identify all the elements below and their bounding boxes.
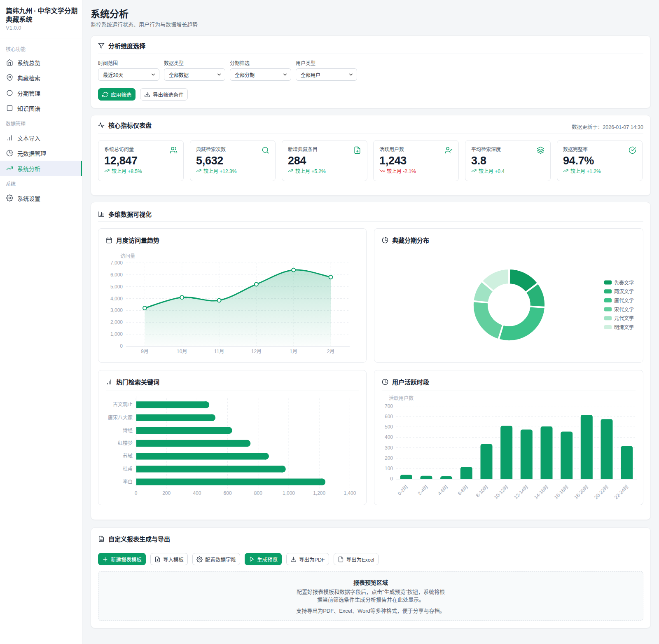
svg-text:7,000: 7,000	[110, 260, 123, 266]
svg-text:4-6时: 4-6时	[437, 484, 449, 496]
svg-text:10-12时: 10-12时	[493, 484, 509, 500]
svg-text:600: 600	[385, 414, 393, 419]
svg-text:2月: 2月	[327, 349, 335, 354]
svg-text:200: 200	[385, 455, 393, 461]
svg-text:红楼梦: 红楼梦	[118, 440, 133, 446]
svg-text:古文观止: 古文观止	[113, 401, 133, 407]
svg-text:0: 0	[135, 490, 138, 496]
svg-text:宋代文学: 宋代文学	[614, 307, 634, 313]
svg-text:12月: 12月	[251, 349, 262, 354]
svg-text:1,400: 1,400	[344, 490, 356, 496]
svg-text:6-8时: 6-8时	[457, 484, 470, 496]
svg-text:苏轼: 苏轼	[123, 453, 133, 459]
svg-text:100: 100	[385, 466, 393, 471]
svg-text:6,000: 6,000	[110, 272, 123, 278]
svg-text:9月: 9月	[141, 349, 149, 354]
svg-text:先秦文学: 先秦文学	[614, 280, 634, 286]
svg-text:200: 200	[162, 490, 171, 496]
svg-text:1,200: 1,200	[313, 490, 325, 496]
svg-text:1,000: 1,000	[283, 490, 295, 496]
svg-text:1,000: 1,000	[110, 331, 123, 337]
svg-text:600: 600	[224, 490, 232, 496]
svg-text:14-16时: 14-16时	[533, 484, 549, 500]
svg-text:0: 0	[390, 476, 393, 482]
svg-text:1月: 1月	[290, 349, 297, 354]
svg-text:12-14时: 12-14时	[513, 484, 529, 500]
svg-text:李白: 李白	[123, 479, 133, 485]
svg-text:3,000: 3,000	[110, 307, 123, 313]
svg-text:300: 300	[385, 445, 393, 451]
svg-text:明清文学: 明清文学	[614, 324, 634, 330]
svg-text:活跃用户数: 活跃用户数	[389, 395, 414, 401]
svg-text:10月: 10月	[177, 349, 187, 354]
svg-text:0: 0	[120, 343, 123, 349]
svg-text:18-20时: 18-20时	[573, 484, 589, 500]
svg-text:0-2时: 0-2时	[397, 484, 409, 496]
svg-text:22-24时: 22-24时	[613, 484, 630, 500]
svg-text:5,000: 5,000	[110, 284, 123, 290]
svg-text:两汉文学: 两汉文学	[614, 288, 634, 295]
svg-text:400: 400	[193, 490, 201, 496]
svg-text:诗经: 诗经	[123, 428, 133, 433]
svg-text:元代文学: 元代文学	[614, 315, 634, 321]
svg-text:唐宋八大家: 唐宋八大家	[108, 415, 133, 421]
svg-text:16-18时: 16-18时	[553, 484, 570, 500]
svg-text:杜甫: 杜甫	[123, 466, 133, 472]
svg-text:访问量: 访问量	[120, 253, 135, 259]
svg-text:8-10时: 8-10时	[475, 484, 489, 498]
svg-text:400: 400	[385, 434, 393, 440]
svg-text:2-4时: 2-4时	[416, 484, 429, 496]
svg-text:2,000: 2,000	[110, 319, 123, 325]
svg-text:500: 500	[385, 424, 393, 430]
svg-text:4,000: 4,000	[110, 296, 123, 302]
svg-text:700: 700	[385, 403, 393, 409]
svg-text:11月: 11月	[214, 349, 224, 354]
svg-text:20-22时: 20-22时	[593, 484, 610, 500]
svg-text:唐代文学: 唐代文学	[614, 297, 634, 304]
svg-text:800: 800	[254, 490, 262, 496]
